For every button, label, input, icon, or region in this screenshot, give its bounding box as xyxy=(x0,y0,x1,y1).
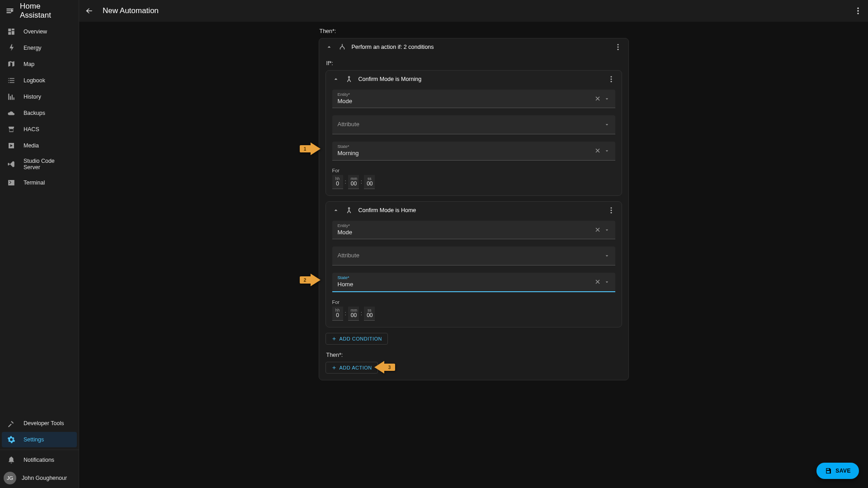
card-more-icon[interactable] xyxy=(614,43,622,51)
nav-label: Settings xyxy=(24,436,44,443)
condition-header[interactable]: Confirm Mode is Morning xyxy=(326,71,622,88)
save-button[interactable]: SAVE xyxy=(816,463,859,479)
topbar: New Automation xyxy=(79,0,868,22)
nav-label: Media xyxy=(24,142,39,149)
nav-label: Studio Code Server xyxy=(24,158,71,171)
for-mm[interactable]: mm00 xyxy=(348,307,359,321)
sidebar-item-hacs[interactable]: HACS xyxy=(2,122,77,137)
sidebar-item-backups[interactable]: Backups xyxy=(2,105,77,121)
state-icon xyxy=(345,206,353,214)
sidebar-item-overview[interactable]: Overview xyxy=(2,24,77,39)
svg-point-9 xyxy=(610,81,612,82)
nav-label: Backups xyxy=(24,110,45,116)
list-icon xyxy=(7,76,15,85)
for-mm[interactable]: mm00 xyxy=(348,175,359,190)
page-title: New Automation xyxy=(103,6,159,15)
field-value: Morning xyxy=(338,150,594,157)
dropdown-icon[interactable] xyxy=(604,227,610,233)
clear-icon[interactable] xyxy=(594,278,601,285)
condition-card-1: Confirm Mode is Home Entity* Mode xyxy=(326,201,622,327)
brand-title: Home Assistant xyxy=(20,2,73,20)
menu-icon[interactable] xyxy=(5,6,14,15)
avatar: JG xyxy=(4,472,16,484)
card-more-icon[interactable] xyxy=(607,75,615,83)
dropdown-icon[interactable] xyxy=(604,279,610,285)
nav-label: Map xyxy=(24,61,34,67)
store-icon xyxy=(7,125,15,133)
lightning-icon xyxy=(7,44,15,52)
branch-icon xyxy=(338,43,346,51)
clear-icon[interactable] xyxy=(594,95,601,102)
nav-label: Energy xyxy=(24,45,42,51)
add-condition-button[interactable]: ADD CONDITION xyxy=(326,333,388,345)
add-condition-label: ADD CONDITION xyxy=(340,336,382,341)
field-value: Home xyxy=(338,281,594,289)
sidebar-item-media[interactable]: Media xyxy=(2,138,77,153)
entity-field[interactable]: Entity* Mode xyxy=(332,90,615,108)
attribute-field[interactable]: Attribute xyxy=(332,115,615,134)
for-ss[interactable]: ss00 xyxy=(364,307,375,321)
chevron-up-icon[interactable] xyxy=(326,43,333,51)
svg-point-12 xyxy=(610,210,612,211)
sidebar-header: Home Assistant xyxy=(0,0,79,22)
annotation-arrow-1: 1 xyxy=(300,142,321,155)
sidebar-item-map[interactable]: Map xyxy=(2,57,77,72)
add-action-button[interactable]: ADD ACTION xyxy=(326,362,378,374)
nav-label: HACS xyxy=(24,126,39,133)
svg-point-2 xyxy=(857,13,859,14)
svg-point-13 xyxy=(610,212,612,213)
annotation-arrow-2: 2 xyxy=(300,274,321,286)
dropdown-icon[interactable] xyxy=(604,253,610,259)
svg-point-7 xyxy=(610,76,612,77)
condition-header[interactable]: Confirm Mode is Home xyxy=(326,202,622,219)
for-ss[interactable]: ss00 xyxy=(364,175,375,190)
sidebar-user[interactable]: JG John Goughenour xyxy=(0,468,79,488)
sidebar-item-code[interactable]: Studio Code Server xyxy=(2,154,77,174)
svg-point-0 xyxy=(857,8,859,9)
card-more-icon[interactable] xyxy=(607,206,615,214)
sidebar-item-energy[interactable]: Energy xyxy=(2,40,77,56)
chevron-up-icon[interactable] xyxy=(332,76,340,83)
chevron-up-icon[interactable] xyxy=(332,207,340,214)
cloud-icon xyxy=(7,109,15,117)
for-row: hh0 : mm00 : ss00 xyxy=(332,307,615,321)
sidebar-item-logbook[interactable]: Logbook xyxy=(2,73,77,88)
svg-point-8 xyxy=(610,79,612,80)
more-icon[interactable] xyxy=(854,6,863,15)
sidebar: Home Assistant Overview Energy Map Logbo… xyxy=(0,0,79,488)
save-icon xyxy=(825,467,832,474)
for-label: For xyxy=(332,299,615,305)
dropdown-icon[interactable] xyxy=(604,96,610,102)
dashboard-icon xyxy=(7,28,15,36)
condition-title: Confirm Mode is Morning xyxy=(359,76,602,82)
action-card: Perform an action if: 2 conditions If*: … xyxy=(319,38,629,380)
plus-icon xyxy=(331,336,337,341)
sidebar-item-devtools[interactable]: Developer Tools xyxy=(2,416,77,431)
hammer-icon xyxy=(7,419,15,427)
state-field[interactable]: State* Home 2 xyxy=(332,273,615,292)
action-card-header[interactable]: Perform an action if: 2 conditions xyxy=(319,38,628,56)
nav-label: Overview xyxy=(24,28,47,35)
attribute-field[interactable]: Attribute xyxy=(332,246,615,265)
state-field[interactable]: State* Morning 1 xyxy=(332,142,615,160)
clear-icon[interactable] xyxy=(594,226,601,233)
sidebar-item-terminal[interactable]: Terminal xyxy=(2,175,77,190)
back-icon[interactable] xyxy=(85,6,94,15)
for-hh[interactable]: hh0 xyxy=(332,175,343,190)
dropdown-icon[interactable] xyxy=(604,122,610,128)
dropdown-icon[interactable] xyxy=(604,148,610,154)
for-hh[interactable]: hh0 xyxy=(332,307,343,321)
nav-label: Developer Tools xyxy=(24,420,64,426)
entity-field[interactable]: Entity* Mode xyxy=(332,221,615,239)
sidebar-item-history[interactable]: History xyxy=(2,89,77,104)
sidebar-item-settings[interactable]: Settings xyxy=(2,432,77,447)
svg-point-4 xyxy=(617,47,618,48)
field-value: Mode xyxy=(338,229,594,237)
clear-icon[interactable] xyxy=(594,147,601,154)
svg-point-6 xyxy=(348,76,349,78)
state-icon xyxy=(345,75,353,83)
sidebar-item-notifications[interactable]: Notifications xyxy=(2,452,77,468)
sidebar-nav: Overview Energy Map Logbook History Back… xyxy=(0,22,79,488)
svg-point-5 xyxy=(617,49,618,50)
then2-label: Then*: xyxy=(326,352,622,358)
